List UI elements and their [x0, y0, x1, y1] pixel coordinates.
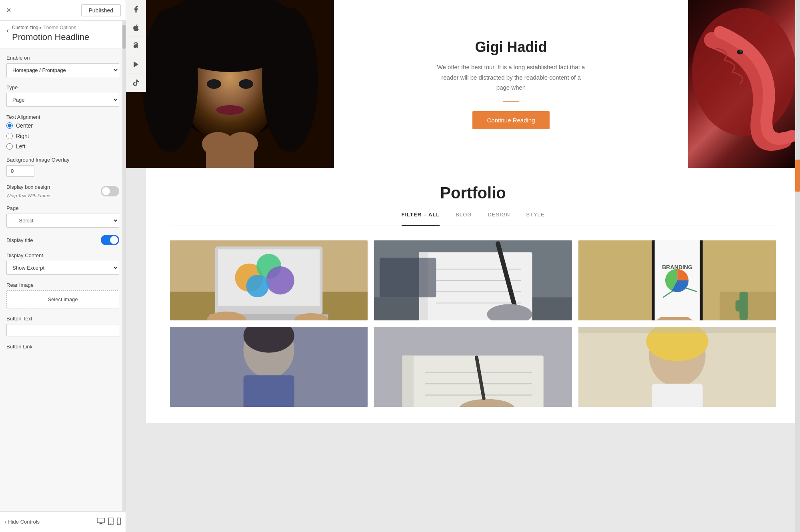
- svg-point-6: [118, 523, 119, 524]
- portfolio-card-img-6: [578, 327, 776, 407]
- desktop-icon[interactable]: [97, 518, 105, 526]
- display-box-toggle[interactable]: [101, 186, 119, 196]
- svg-rect-59: [402, 356, 544, 407]
- bottom-bar: ‹ Hide Controls: [0, 511, 126, 532]
- continue-reading-button[interactable]: Continue Reading: [472, 111, 549, 129]
- breadcrumb-parent[interactable]: Customizing: [12, 25, 38, 30]
- svg-rect-2: [99, 524, 103, 524]
- tablet-icon[interactable]: [108, 518, 114, 526]
- hero-text-content: Gigi Hadid We offer the best tour. It is…: [435, 39, 587, 129]
- portfolio-card-1[interactable]: [170, 240, 368, 320]
- portfolio-card-3[interactable]: BRANDING: [578, 240, 776, 320]
- right-scrollbar[interactable]: [795, 0, 800, 532]
- radio-right-label: Right: [16, 133, 29, 139]
- close-button[interactable]: ×: [5, 4, 13, 16]
- select-image-button[interactable]: Select image: [6, 290, 119, 308]
- svg-rect-60: [402, 356, 414, 407]
- svg-point-29: [246, 275, 269, 297]
- bg-overlay-input[interactable]: 0: [6, 165, 34, 177]
- svg-point-4: [110, 523, 111, 524]
- type-group: Type Page Post Category: [6, 84, 119, 107]
- facebook-social-button[interactable]: [126, 0, 146, 18]
- type-select[interactable]: Page Post Category: [6, 93, 119, 107]
- svg-rect-70: [652, 384, 702, 407]
- filter-blog[interactable]: BLOG: [456, 212, 472, 222]
- portfolio-grid: BRANDING: [170, 240, 776, 407]
- play-social-button[interactable]: [126, 55, 146, 74]
- portfolio-card-4[interactable]: [170, 327, 368, 407]
- enable-on-select[interactable]: Homepage / Frontpage All Pages Blog Page: [6, 63, 119, 77]
- display-content-label: Display Content: [6, 252, 119, 258]
- right-scrollbar-thumb: [795, 160, 800, 192]
- scroll-indicator: [122, 21, 126, 511]
- svg-point-28: [266, 266, 294, 295]
- svg-rect-57: [170, 327, 368, 407]
- hero-section: Gigi Hadid We offer the best tour. It is…: [126, 0, 800, 168]
- svg-rect-50: [657, 317, 691, 320]
- svg-point-20: [737, 50, 743, 54]
- radio-right[interactable]: Right: [6, 133, 119, 139]
- portfolio-card-2[interactable]: [374, 240, 572, 320]
- rear-image-label: Rear Image: [6, 282, 119, 288]
- portfolio-card-img-3: BRANDING: [578, 240, 776, 320]
- portfolio-card-img-1: [170, 240, 368, 320]
- radio-center-input[interactable]: [6, 122, 13, 129]
- svg-point-15: [216, 105, 244, 115]
- right-panel: Gigi Hadid We offer the best tour. It is…: [126, 0, 800, 532]
- hero-description: We offer the best tour. It is a long est…: [435, 62, 587, 93]
- button-text-group: Button Text: [6, 316, 119, 336]
- left-panel: × Published ‹ Customizing ▸ Theme Option…: [0, 0, 126, 532]
- radio-center[interactable]: Center: [6, 122, 119, 129]
- display-title-toggle[interactable]: [101, 235, 119, 245]
- svg-rect-18: [206, 144, 254, 168]
- portfolio-card-6[interactable]: [578, 327, 776, 407]
- filter-all[interactable]: FILTER – ALL: [402, 212, 440, 226]
- mobile-icon[interactable]: [117, 518, 121, 526]
- back-button[interactable]: ‹: [6, 26, 9, 35]
- svg-point-21: [740, 50, 742, 52]
- svg-point-19: [692, 8, 796, 136]
- type-label: Type: [6, 84, 119, 90]
- tiktok-social-button[interactable]: [126, 74, 146, 92]
- display-title-slider: [101, 235, 119, 245]
- page-select[interactable]: — Select — Home About Contact: [6, 214, 119, 228]
- portfolio-title: Portfolio: [170, 184, 776, 202]
- published-button[interactable]: Published: [81, 4, 121, 16]
- button-link-label: Button Link: [6, 344, 119, 350]
- radio-left-input[interactable]: [6, 143, 13, 150]
- bg-overlay-group: Background Image Overlay 0: [6, 157, 119, 177]
- amazon-social-button[interactable]: [126, 37, 146, 55]
- rear-image-group: Rear Image Select image: [6, 282, 119, 308]
- filter-design[interactable]: DESIGN: [488, 212, 510, 222]
- enable-on-label: Enable on: [6, 55, 119, 61]
- svg-rect-71: [578, 327, 776, 333]
- filter-style[interactable]: STYLE: [526, 212, 544, 222]
- svg-point-13: [207, 79, 221, 89]
- toggle-row-display-box: Display box design Wrap Text With Frame: [6, 184, 119, 198]
- breadcrumb-current: Theme Options: [44, 25, 76, 30]
- text-alignment-group: Text Alignment Center Right Left: [6, 114, 119, 150]
- radio-left[interactable]: Left: [6, 143, 119, 150]
- portfolio-card-5[interactable]: [374, 327, 572, 407]
- display-content-select[interactable]: Show Excerpt Show Full Content Hide: [6, 261, 119, 275]
- toggle-label-group: Display box design Wrap Text With Frame: [6, 184, 50, 198]
- breadcrumb: Customizing ▸ Theme Options: [12, 25, 89, 30]
- display-box-label: Display box design: [6, 184, 50, 190]
- breadcrumb-area: ‹ Customizing ▸ Theme Options Promotion …: [0, 21, 126, 48]
- svg-rect-52: [735, 300, 741, 311]
- display-title-group: Display title: [6, 235, 119, 245]
- breadcrumb-separator: ▸: [40, 25, 43, 30]
- chevron-left-icon: ‹: [5, 519, 6, 525]
- hero-name: Gigi Hadid: [435, 39, 587, 56]
- apple-social-button[interactable]: [126, 18, 146, 37]
- svg-rect-0: [97, 518, 104, 523]
- radio-right-input[interactable]: [6, 133, 13, 139]
- panel-title: Promotion Headline: [12, 32, 89, 42]
- radio-center-label: Center: [16, 122, 33, 129]
- radio-group: Center Right Left: [6, 122, 119, 150]
- svg-rect-42: [380, 258, 436, 298]
- hide-controls-button[interactable]: ‹ Hide Controls: [5, 519, 40, 525]
- enable-on-group: Enable on Homepage / Frontpage All Pages…: [6, 55, 119, 77]
- portfolio-card-img-4: [170, 327, 368, 407]
- button-text-input[interactable]: [6, 324, 119, 336]
